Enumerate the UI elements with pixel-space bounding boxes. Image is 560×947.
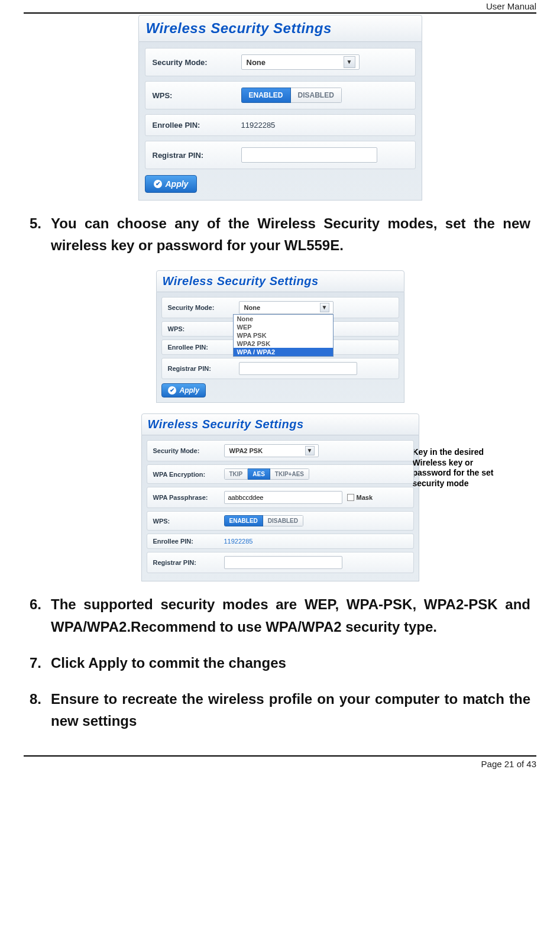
mask-checkbox[interactable] — [347, 494, 354, 501]
fig3-encryption-row: WPA Encryption: TKIP AES TKIP+AES — [147, 464, 414, 484]
step-6: 6. The supported security modes are WEP,… — [30, 593, 530, 637]
header-doc-label: User Manual — [24, 0, 536, 12]
wps-toggle: ENABLED DISABLED — [224, 515, 303, 526]
security-mode-label: Security Mode: — [153, 447, 224, 454]
apply-button[interactable]: ✔ Apply — [161, 383, 206, 397]
security-mode-label: Security Mode: — [168, 304, 239, 311]
wps-disabled-button[interactable]: DISABLED — [263, 515, 303, 526]
enrollee-pin-value: 11922285 — [224, 538, 407, 545]
security-mode-label: Security Mode: — [153, 58, 241, 67]
security-mode-select[interactable]: None ▼ — [241, 54, 360, 70]
enrollee-pin-label: Enrollee PIN: — [153, 538, 224, 545]
fig3-wps-row: WPS: ENABLED DISABLED — [147, 511, 414, 531]
wps-toggle: ENABLED DISABLED — [241, 88, 342, 103]
step-5: 5. You can choose any of the Wireless Se… — [30, 212, 530, 256]
registrar-pin-label: Registrar PIN: — [153, 559, 224, 566]
chevron-down-icon[interactable]: ▼ — [344, 56, 355, 68]
step-8: 8. Ensure to recreate the wireless profi… — [30, 688, 530, 732]
fig3-security-mode-row: Security Mode: WPA2 PSK ▼ — [147, 440, 414, 461]
check-icon: ✔ — [168, 386, 176, 395]
step-5-num: 5. — [30, 212, 41, 234]
fig2-registrar-row: Registrar PIN: — [161, 358, 399, 379]
check-icon: ✔ — [154, 180, 162, 188]
fig3-passphrase-row: WPA Passphrase: Mask — [147, 487, 414, 508]
encryption-tkip-button[interactable]: TKIP — [224, 468, 248, 480]
registrar-pin-input[interactable] — [239, 362, 357, 375]
enrollee-pin-value: 11922285 — [241, 121, 408, 130]
mask-label: Mask — [357, 494, 373, 501]
fig1-panel: Wireless Security Settings Security Mode… — [138, 15, 422, 201]
step-6-num: 6. — [30, 593, 41, 615]
fig2-security-mode-row: Security Mode: None ▼ None WEP WPA PSK W… — [161, 297, 399, 318]
fig2-title: Wireless Security Settings — [156, 270, 404, 292]
apply-button-label: Apply — [166, 179, 189, 189]
step-7: 7. Click Apply to commit the changes — [30, 652, 530, 674]
security-mode-select[interactable]: WPA2 PSK ▼ — [224, 444, 319, 457]
wps-disabled-button[interactable]: DISABLED — [291, 88, 342, 103]
option-wep[interactable]: WEP — [234, 323, 333, 331]
step-7-text: Click Apply to commit the changes — [51, 655, 286, 671]
passphrase-label: WPA Passphrase: — [153, 494, 224, 501]
security-mode-select[interactable]: None ▼ — [239, 301, 334, 314]
encryption-toggle: TKIP AES TKIP+AES — [224, 468, 310, 480]
fig3-panel: Wireless Security Settings Key in the de… — [141, 413, 419, 581]
fig1-enrollee-row: Enrollee PIN: 11922285 — [145, 114, 416, 136]
fig3-registrar-row: Registrar PIN: — [147, 552, 414, 573]
chevron-down-icon[interactable]: ▼ — [305, 446, 315, 455]
encryption-tkip-aes-button[interactable]: TKIP+AES — [270, 468, 309, 480]
option-none[interactable]: None — [234, 315, 333, 323]
step-7-num: 7. — [30, 652, 41, 674]
registrar-pin-input[interactable] — [241, 147, 377, 163]
option-wpa-wpa2[interactable]: WPA / WPA2 — [234, 348, 333, 356]
fig1-security-mode-row: Security Mode: None ▼ — [145, 48, 416, 76]
wps-enabled-button[interactable]: ENABLED — [224, 515, 263, 526]
fig1-registrar-row: Registrar PIN: — [145, 141, 416, 169]
fig3-title: Wireless Security Settings — [141, 413, 419, 435]
encryption-label: WPA Encryption: — [153, 471, 224, 478]
option-wpa-psk[interactable]: WPA PSK — [234, 331, 333, 340]
mask-checkbox-wrap: Mask — [347, 494, 373, 501]
step-5-text: You can choose any of the Wireless Secur… — [51, 215, 530, 253]
fig1-wps-row: WPS: ENABLED DISABLED — [145, 81, 416, 109]
wps-enabled-button[interactable]: ENABLED — [241, 88, 291, 103]
fig1-title: Wireless Security Settings — [138, 15, 422, 42]
header-rule — [24, 12, 536, 14]
wps-label: WPS: — [153, 91, 241, 100]
security-mode-value: None — [244, 304, 261, 311]
chevron-down-icon[interactable]: ▼ — [320, 303, 329, 312]
security-mode-value: None — [247, 58, 266, 67]
option-wpa2-psk[interactable]: WPA2 PSK — [234, 340, 333, 348]
apply-button-label: Apply — [180, 386, 199, 395]
step-6-text: The supported security modes are WEP, WP… — [51, 596, 530, 634]
passphrase-input[interactable] — [224, 491, 342, 504]
step-8-num: 8. — [30, 688, 41, 710]
registrar-pin-label: Registrar PIN: — [168, 365, 239, 372]
wps-label: WPS: — [168, 325, 239, 332]
fig3-enrollee-row: Enrollee PIN: 11922285 — [147, 534, 414, 549]
enrollee-pin-label: Enrollee PIN: — [153, 121, 241, 130]
apply-button[interactable]: ✔ Apply — [145, 175, 198, 193]
passphrase-annotation: Key in the desired Wireless key or passw… — [413, 447, 513, 489]
registrar-pin-input[interactable] — [224, 556, 342, 569]
registrar-pin-label: Registrar PIN: — [153, 151, 241, 160]
fig2-panel: Wireless Security Settings Security Mode… — [156, 270, 404, 403]
step-8-text: Ensure to recreate the wireless profile … — [51, 691, 530, 729]
encryption-aes-button[interactable]: AES — [248, 468, 270, 480]
security-mode-dropdown: None WEP WPA PSK WPA2 PSK WPA / WPA2 — [233, 314, 334, 357]
enrollee-pin-label: Enrollee PIN: — [168, 344, 239, 351]
security-mode-value: WPA2 PSK — [229, 447, 263, 454]
footer-page-label: Page 21 of 43 — [24, 757, 536, 775]
wps-label: WPS: — [153, 518, 224, 525]
